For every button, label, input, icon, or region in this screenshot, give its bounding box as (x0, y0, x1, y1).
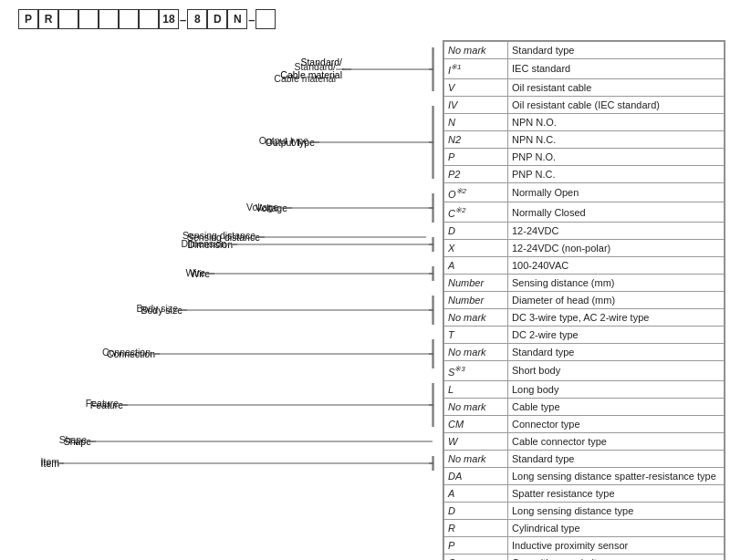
pn-empty6 (256, 9, 276, 29)
label-item: Item (14, 456, 59, 467)
pn-dash1: – (180, 13, 186, 26)
label-wire: Wire (123, 267, 205, 278)
table-code-cell: T (444, 326, 508, 343)
table-row: No markStandard type (444, 343, 725, 360)
table-code-cell: P (444, 536, 508, 554)
table-description-cell: NPN N.C. (508, 130, 725, 148)
pn-empty3 (99, 9, 119, 29)
pn-dash2: – (248, 13, 255, 26)
pn-n: N (227, 9, 247, 29)
table-row: ASpatter resistance type (444, 484, 725, 502)
table-description-cell: Cable type (508, 398, 725, 415)
table-row: NumberSensing distance (mm) (444, 274, 725, 291)
table-code-cell: A (444, 256, 508, 274)
pn-18: 18 (159, 9, 179, 29)
table-description-cell: Diameter of head (mm) (508, 291, 725, 308)
label-feature: Feature (36, 398, 119, 409)
table-code-cell: No mark (444, 398, 508, 415)
label-body-size: Body size (96, 303, 178, 314)
table-description-cell: Long body (508, 380, 725, 398)
part-number-row: P R 18 – 8 D N – (18, 9, 721, 29)
table-row: N2NPN N.C. (444, 130, 725, 148)
label-dimension: Dimension (149, 238, 226, 249)
table-description-cell: Capacitive proximity sensor (508, 554, 725, 560)
table-description-cell: Short body (508, 360, 725, 380)
table-code-cell: N2 (444, 130, 508, 148)
table-description-cell: 12-24VDC (508, 222, 725, 239)
table-code-cell: O※2 (444, 182, 508, 202)
table-description-cell: Spatter resistance type (508, 484, 725, 502)
table-row: No markCable type (444, 398, 725, 415)
table-code-cell: P2 (444, 165, 508, 182)
label-connection: Connection (68, 347, 151, 358)
label-output-type: Output type (231, 135, 308, 146)
label-voltage: Voltage (205, 202, 278, 213)
table-description-cell: Normally Closed (508, 202, 725, 223)
table-description-cell: 12-24VDC (non-polar) (508, 239, 725, 256)
table-row: O※2Normally Open (444, 182, 725, 202)
table-code-cell: L (444, 380, 508, 398)
table-description-cell: Normally Open (508, 182, 725, 202)
table-row: No markDC 3-wire type, AC 2-wire type (444, 308, 725, 326)
pn-empty5 (139, 9, 159, 29)
table-row: A100-240VAC (444, 256, 725, 274)
table-row: TDC 2-wire type (444, 326, 725, 343)
table-row: VOil resistant cable (444, 78, 725, 96)
table-row: DLong sensing distance type (444, 502, 725, 519)
table-description-cell: Long sensing distance type (508, 502, 725, 519)
table-description-cell: Standard type (508, 42, 725, 59)
table-code-cell: C※2 (444, 202, 508, 223)
table-code-cell: D (444, 502, 508, 519)
table-description-cell: PNP N.O. (508, 148, 725, 165)
table-code-cell: Number (444, 291, 508, 308)
table-description-cell: Connector type (508, 415, 725, 432)
table-description-cell: NPN N.O. (508, 113, 725, 130)
table-description-cell: Oil resistant cable (508, 78, 725, 96)
table-code-cell: DA (444, 467, 508, 484)
table-code-cell: No mark (444, 308, 508, 326)
table-code-cell: C (444, 554, 508, 560)
table-code-cell: No mark (444, 42, 508, 59)
table-row: S※3Short body (444, 360, 725, 380)
table-code-cell: V (444, 78, 508, 96)
left-panel: Standard/ Cable material Output type Vol… (14, 40, 443, 560)
table-code-cell: W (444, 432, 508, 450)
table-description-cell: Long sensing distance spatter-resistance… (508, 467, 725, 484)
pn-empty1 (58, 9, 78, 29)
pn-8: 8 (187, 9, 207, 29)
table-description-cell: IEC standard (508, 59, 725, 79)
right-table-panel: No markStandard typeI※1IEC standardVOil … (443, 40, 725, 560)
table-row: No markStandard type (444, 450, 725, 467)
table-row: CCapacitive proximity sensor (444, 554, 725, 560)
table-code-cell: S※3 (444, 360, 508, 380)
diagram-container: Standard/ Cable material Output type Vol… (14, 40, 725, 560)
table-code-cell: Number (444, 274, 508, 291)
table-code-cell: D (444, 222, 508, 239)
label-standard-cable: Standard/ Cable material (258, 61, 336, 85)
table-row: D12-24VDC (444, 222, 725, 239)
table-row: NNPN N.O. (444, 113, 725, 130)
table-row: C※2Normally Closed (444, 202, 725, 223)
spec-table: No markStandard typeI※1IEC standardVOil … (443, 41, 725, 560)
table-description-cell: Cable connector type (508, 432, 725, 450)
table-code-cell: No mark (444, 450, 508, 467)
pn-d: D (207, 9, 227, 29)
table-row: P2PNP N.C. (444, 165, 725, 182)
table-description-cell: Sensing distance (mm) (508, 274, 725, 291)
table-code-cell: I※1 (444, 59, 508, 79)
pn-p: P (18, 9, 38, 29)
table-description-cell: PNP N.C. (508, 165, 725, 182)
table-row: X12-24VDC (non-polar) (444, 239, 725, 256)
table-row: CMConnector type (444, 415, 725, 432)
table-code-cell: CM (444, 415, 508, 432)
table-code-cell: No mark (444, 343, 508, 360)
label-shape: Shape (18, 434, 87, 445)
table-code-cell: R (444, 519, 508, 536)
table-row: No markStandard type (444, 42, 725, 59)
table-code-cell: A (444, 484, 508, 502)
table-description-cell: DC 2-wire type (508, 326, 725, 343)
bracket-lines-svg: Standard/ Cable material Output type Vol… (14, 40, 443, 487)
table-row: PInductive proximity sensor (444, 536, 725, 554)
table-description-cell: 100-240VAC (508, 256, 725, 274)
table-row: WCable connector type (444, 432, 725, 450)
